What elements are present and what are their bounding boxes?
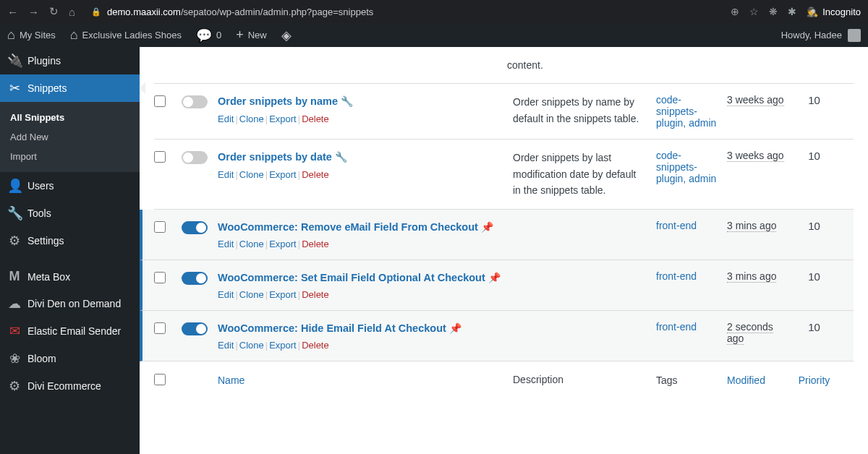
modified-time: 3 weeks ago (727, 94, 784, 106)
row-actions: Edit|Clone|Export|Delete (218, 340, 507, 351)
edit-link[interactable]: Edit (218, 169, 234, 180)
tag-link[interactable]: front-end (656, 321, 697, 333)
edit-link[interactable]: Edit (218, 239, 234, 249)
sliders-icon: ⚙ (7, 233, 22, 249)
clone-link[interactable]: Clone (239, 169, 264, 180)
modified-time: 3 mins ago (727, 220, 776, 232)
tag-link[interactable]: front-end (656, 270, 697, 282)
snippet-title-link[interactable]: WooCommerce: Hide Email Field At Checkou… (218, 322, 446, 334)
row-checkbox[interactable] (154, 151, 166, 163)
modified-time: 2 seconds ago (727, 321, 773, 345)
edit-link[interactable]: Edit (218, 289, 234, 300)
bloom-icon: ❀ (7, 351, 22, 367)
new-link[interactable]: + New (229, 23, 274, 47)
reload-icon[interactable]: ↻ (49, 5, 59, 18)
activate-toggle[interactable] (182, 151, 208, 164)
user-greeting[interactable]: Howdy, Hadee (781, 29, 868, 42)
activate-toggle[interactable] (182, 272, 208, 285)
extension-icon[interactable]: ✱ (788, 6, 796, 17)
clone-link[interactable]: Clone (239, 340, 264, 351)
row-checkbox[interactable] (154, 221, 166, 233)
comment-icon: 💬 (196, 27, 212, 43)
site-link[interactable]: ⌂ Exclusive Ladies Shoes (63, 23, 189, 47)
clone-link[interactable]: Clone (239, 239, 264, 249)
sidebar-item-tools[interactable]: 🔧 Tools (0, 200, 140, 227)
sidebar-item-diviecom[interactable]: ⚙ Divi Ecommerce (0, 372, 140, 400)
row-checkbox[interactable] (154, 272, 166, 283)
export-link[interactable]: Export (269, 340, 297, 351)
col-priority-sort[interactable]: Priority (799, 374, 830, 386)
clone-link[interactable]: Clone (239, 113, 264, 124)
wp-admin-toolbar: ⌂ My Sites ⌂ Exclusive Ladies Shoes 💬 0 … (0, 23, 868, 47)
submenu-all-snippets[interactable]: All Snippets (0, 108, 140, 127)
row-description: Order snippets by last modification date… (513, 150, 650, 198)
col-name-sort[interactable]: Name (218, 374, 244, 386)
back-icon[interactable]: ← (7, 6, 18, 18)
snippet-title-link[interactable]: WooCommerce: Set Email Field Optional At… (218, 272, 485, 283)
url-bar[interactable]: 🔒 demo.maaxii.com/sepatoo/wp-admin/admin… (91, 7, 722, 17)
delete-link[interactable]: Delete (302, 113, 329, 124)
sidebar-item-plugins[interactable]: 🔌 Plugins (0, 47, 140, 74)
submenu-add-new[interactable]: Add New (0, 127, 140, 147)
activate-toggle[interactable] (182, 322, 208, 335)
snippet-title-link[interactable]: WooCommerce: Remove eMail Field From Che… (218, 221, 478, 233)
search-icon[interactable]: ⊕ (731, 6, 739, 17)
delete-link[interactable]: Delete (302, 169, 329, 180)
select-all-checkbox[interactable] (154, 374, 166, 385)
delete-link[interactable]: Delete (302, 289, 329, 300)
indicator-icon: 🔧 (341, 95, 353, 107)
sidebar-item-settings[interactable]: ⚙ Settings (0, 227, 140, 254)
tag-link[interactable]: front-end (656, 220, 697, 231)
sidebar-item-users[interactable]: 👤 Users (0, 172, 140, 200)
submenu-import[interactable]: Import (0, 147, 140, 166)
network-icon: ⌂ (7, 27, 15, 43)
forward-icon[interactable]: → (28, 6, 39, 18)
sidebar-item-dividen[interactable]: ☁ Divi Den on Demand (0, 290, 140, 317)
wrench-icon: 🔧 (7, 205, 22, 221)
activate-toggle[interactable] (182, 95, 208, 108)
col-modified-sort[interactable]: Modified (727, 374, 765, 386)
row-priority: 10 (794, 150, 834, 162)
edit-link[interactable]: Edit (218, 113, 234, 124)
delete-link[interactable]: Delete (302, 239, 329, 249)
row-priority: 10 (794, 94, 834, 106)
activate-toggle[interactable] (182, 221, 208, 234)
sidebar-item-snippets[interactable]: ✂ Snippets (0, 74, 140, 102)
browser-chrome-bar: ← → ↻ ⌂ 🔒 demo.maaxii.com/sepatoo/wp-adm… (0, 0, 868, 23)
snippets-submenu: All Snippets Add New Import (0, 102, 140, 172)
clone-link[interactable]: Clone (239, 289, 264, 300)
home-icon: ⌂ (70, 27, 78, 43)
bookmark-icon[interactable]: ☆ (749, 6, 759, 17)
row-actions: Edit|Clone|Export|Delete (218, 289, 507, 300)
my-sites-link[interactable]: ⌂ My Sites (0, 23, 63, 47)
snippet-row: WooCommerce: Remove eMail Field From Che… (140, 210, 854, 260)
snippet-title-link[interactable]: Order snippets by name (218, 95, 338, 107)
sidebar-item-metabox[interactable]: M Meta Box (0, 263, 140, 290)
sidebar-item-elastic[interactable]: ✉ Elastic Email Sender (0, 317, 140, 345)
snippet-title-link[interactable]: Order snippets by date (218, 151, 332, 163)
tag-link[interactable]: admin (689, 117, 716, 129)
incognito-icon: 🕵 (807, 7, 818, 17)
row-actions: Edit|Clone|Export|Delete (218, 239, 507, 249)
divi-icon: ◈ (281, 27, 292, 43)
sidebar-item-bloom[interactable]: ❀ Bloom (0, 345, 140, 372)
table-footer-row: Name Description Tags Modified Priority (154, 361, 854, 398)
home-icon[interactable]: ⌂ (69, 6, 75, 18)
snippet-row: WooCommerce: Hide Email Field At Checkou… (140, 311, 854, 361)
snippet-row: Order snippets by date🔧Edit|Clone|Export… (154, 140, 854, 209)
row-checkbox[interactable] (154, 322, 166, 334)
export-link[interactable]: Export (269, 289, 297, 300)
export-link[interactable]: Export (269, 113, 297, 124)
export-link[interactable]: Export (269, 169, 297, 180)
scissors-icon: ✂ (7, 80, 22, 96)
incognito-badge: 🕵 Incognito (807, 7, 861, 17)
indicator-icon: 📌 (488, 272, 501, 283)
edit-link[interactable]: Edit (218, 340, 234, 351)
gear-icon[interactable]: ❋ (769, 6, 778, 17)
export-link[interactable]: Export (269, 239, 297, 249)
divi-link[interactable]: ◈ (274, 23, 299, 47)
tag-link[interactable]: admin (689, 173, 716, 184)
comments-link[interactable]: 💬 0 (189, 23, 229, 47)
row-checkbox[interactable] (154, 95, 166, 107)
delete-link[interactable]: Delete (302, 340, 329, 351)
